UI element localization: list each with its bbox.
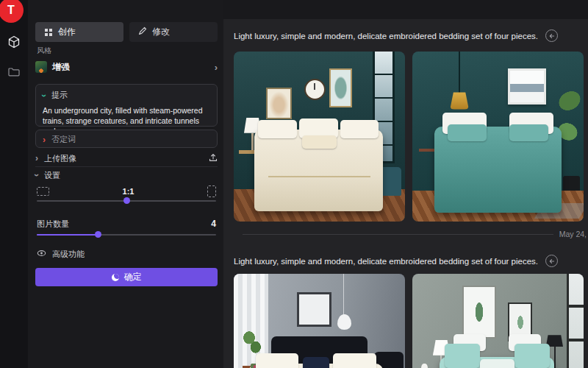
image-row	[234, 52, 584, 222]
style-thumbnail	[35, 61, 47, 73]
chevron-down-icon: ›	[40, 94, 49, 97]
tab-create-label: 创作	[58, 26, 76, 38]
image-count-row: 图片数量 4	[37, 218, 216, 230]
upload-image-row[interactable]: › 上传图像	[35, 151, 218, 166]
generation-panel: 创作 修改 风格 增强 › › 提示 An underground city, …	[28, 0, 223, 368]
chevron-right-icon: ›	[215, 63, 218, 72]
divider	[35, 166, 218, 167]
tab-modify[interactable]: 修改	[129, 22, 218, 42]
chevron-right-icon: ›	[35, 154, 38, 163]
left-rail: T	[0, 0, 28, 368]
date-label: May 24,	[559, 230, 587, 238]
image-count-label: 图片数量	[37, 219, 211, 230]
confirm-button[interactable]: 确定	[35, 268, 218, 286]
advanced-features-row[interactable]: 高级功能	[37, 247, 85, 261]
landscape-ratio-icon[interactable]	[37, 187, 49, 196]
tab-modify-label: 修改	[152, 26, 170, 38]
negative-label: 否定词	[51, 134, 76, 145]
settings-label: 设置	[44, 170, 218, 181]
reuse-prompt-button[interactable]	[545, 255, 558, 267]
nav-assets[interactable]	[0, 62, 28, 84]
advanced-label: 高级功能	[52, 249, 85, 260]
portrait-ratio-icon[interactable]	[207, 185, 216, 197]
upload-label: 上传图像	[44, 153, 203, 164]
date-divider: May 24,	[243, 228, 587, 240]
image-row	[234, 274, 584, 368]
cube-icon	[7, 35, 21, 52]
generated-image-3[interactable]	[234, 274, 405, 368]
generated-image-2[interactable]	[412, 52, 584, 222]
image-count-value: 4	[211, 219, 216, 229]
generated-image-4[interactable]	[412, 274, 584, 368]
aspect-ratio-slider[interactable]	[37, 197, 216, 205]
brand-logo[interactable]: T	[0, 0, 24, 23]
confirm-label: 确定	[124, 271, 142, 283]
results-area: Light luxury, simple and modern, delicat…	[223, 0, 588, 368]
style-section-label: 风格	[37, 46, 51, 56]
reuse-prompt-button[interactable]	[545, 29, 558, 42]
style-value: 增强	[52, 61, 209, 74]
style-selector[interactable]: 增强 ›	[35, 56, 218, 78]
upload-icon[interactable]	[209, 153, 218, 163]
slider-thumb[interactable]	[95, 231, 101, 238]
aspect-ratio-value: 1:1	[49, 187, 207, 196]
chevron-right-icon: ›	[43, 135, 46, 144]
result-prompt-row: Light luxury, simple and modern, delicat…	[234, 29, 584, 42]
slider-fill	[37, 234, 98, 236]
generated-image-1[interactable]	[234, 52, 405, 222]
prompt-label: 提示	[51, 90, 68, 101]
grid-icon	[45, 29, 48, 32]
result-prompt-text: Light luxury, simple and modern, delicat…	[234, 257, 538, 266]
settings-row[interactable]: › 设置	[35, 169, 218, 182]
negative-prompt-box[interactable]: › 否定词	[35, 130, 218, 148]
nav-generate[interactable]	[0, 32, 28, 54]
app-window: T 创作 修改 风格	[0, 0, 588, 368]
top-band	[223, 0, 588, 19]
mode-tabs: 创作 修改	[35, 22, 218, 42]
prompt-box[interactable]: › 提示 An underground city, filled with st…	[35, 84, 218, 127]
folder-icon	[8, 66, 20, 79]
eye-icon	[37, 249, 46, 259]
slider-thumb[interactable]	[123, 197, 130, 204]
edit-pencil-icon	[138, 26, 147, 38]
image-count-slider[interactable]	[37, 231, 216, 238]
tab-create[interactable]: 创作	[35, 22, 123, 42]
aspect-ratio-row: 1:1	[37, 184, 216, 199]
result-prompt-row: Light luxury, simple and modern, delicat…	[234, 255, 584, 267]
chevron-down-icon: ›	[32, 174, 41, 177]
result-prompt-text: Light luxury, simple and modern, delicat…	[234, 32, 538, 40]
crescent-moon-icon	[112, 274, 119, 281]
divider-line	[243, 234, 553, 235]
